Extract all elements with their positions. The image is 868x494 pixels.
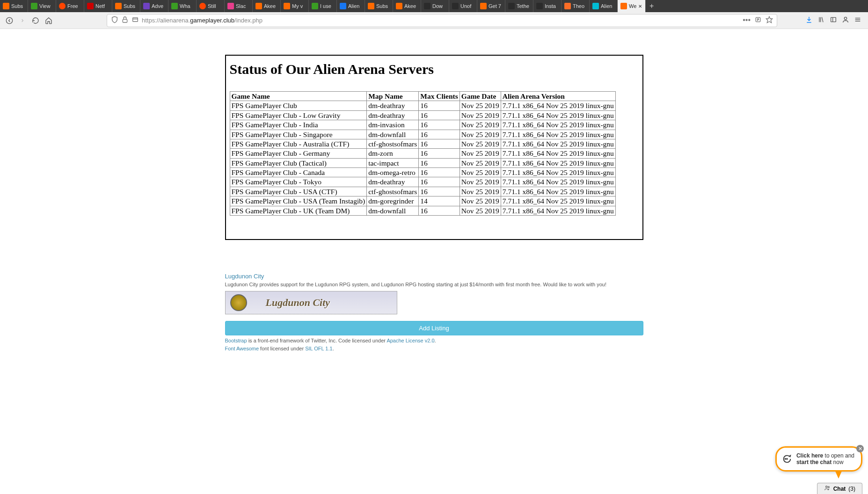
new-tab-button[interactable]: +: [646, 2, 657, 10]
reader-icon[interactable]: [754, 16, 762, 25]
browser-tab[interactable]: Wha: [168, 0, 197, 12]
permissions-icon[interactable]: [131, 16, 139, 25]
tab-label: Insta: [545, 3, 556, 9]
browser-tab[interactable]: Insta: [533, 0, 562, 12]
browser-tab[interactable]: Alien: [590, 0, 618, 12]
menu-icon[interactable]: [854, 16, 861, 25]
browser-tab[interactable]: Free: [56, 0, 84, 12]
browser-tab[interactable]: Dow: [421, 0, 449, 12]
browser-tab[interactable]: My v: [281, 0, 309, 12]
table-cell: 16: [419, 101, 460, 110]
browser-tab[interactable]: Adve: [140, 0, 168, 12]
tab-label: Akee: [264, 3, 276, 9]
browser-tab[interactable]: Akee: [393, 0, 421, 12]
sidebar-icon[interactable]: [830, 16, 837, 25]
url-bar[interactable]: https://alienarena.gameplayer.club/index…: [107, 14, 777, 27]
favicon-icon: [199, 3, 206, 9]
browser-tab[interactable]: Subs: [0, 0, 28, 12]
fontawesome-link[interactable]: Font Awesome: [225, 346, 259, 351]
table-cell: 7.71.1 x86_64 Nov 25 2019 linux-gnu: [501, 130, 615, 139]
table-cell: 16: [419, 168, 460, 177]
lock-icon[interactable]: [121, 16, 129, 25]
table-row: FPS GamePlayer Club - Singaporedm-downfa…: [230, 130, 615, 139]
account-icon[interactable]: [842, 16, 849, 25]
browser-tab[interactable]: Slac: [225, 0, 253, 12]
home-button[interactable]: [42, 14, 55, 27]
table-cell: Nov 25 2019: [460, 110, 501, 120]
library-icon[interactable]: [817, 16, 825, 25]
reload-button[interactable]: [29, 14, 42, 27]
table-row: FPS GamePlayer Club - Tokyodm-deathray16…: [230, 177, 615, 187]
table-row: FPS GamePlayer Club - Germanydm-zorn16No…: [230, 149, 615, 158]
table-cell: Nov 25 2019: [460, 139, 501, 148]
browser-tab[interactable]: Netf: [84, 0, 112, 12]
page-title: Status of Our Alien Arena Servers: [228, 59, 641, 91]
browser-tab[interactable]: Subs: [112, 0, 140, 12]
table-cell: 16: [419, 149, 460, 158]
bookmark-star-icon[interactable]: [766, 16, 773, 25]
favicon-icon: [284, 3, 290, 9]
browser-tab[interactable]: Still: [197, 0, 225, 12]
tab-label: Adve: [152, 3, 163, 9]
favicon-icon: [3, 3, 9, 9]
lugdunon-banner[interactable]: Lugdunon City: [225, 291, 397, 314]
table-header-cell: Map Name: [367, 92, 419, 101]
page-actions-icon[interactable]: •••: [743, 16, 751, 25]
sil-license-link[interactable]: SIL OFL 1.1: [305, 346, 333, 351]
table-cell: 7.71.1 x86_64 Nov 25 2019 linux-gnu: [501, 177, 615, 187]
browser-tab[interactable]: Akee: [253, 0, 281, 12]
footer-section: Lugdunon City Lugdunon City provides sup…: [225, 273, 643, 351]
svg-rect-2: [133, 18, 138, 22]
table-cell: dm-goregrinder: [367, 196, 419, 206]
browser-tab[interactable]: Tethe: [505, 0, 533, 12]
browser-tab[interactable]: View: [28, 0, 56, 12]
lugdunon-logo-icon: [230, 294, 247, 311]
browser-tab[interactable]: Theo: [562, 0, 590, 12]
apache-license-link[interactable]: Apache License v2.0: [387, 338, 434, 343]
url-text: https://alienarena.gameplayer.club/index…: [142, 17, 743, 24]
close-tab-icon[interactable]: ✕: [638, 4, 642, 9]
browser-tab[interactable]: Get 7: [477, 0, 505, 12]
bootstrap-link[interactable]: Bootstrap: [225, 338, 247, 343]
svg-rect-1: [123, 19, 127, 22]
table-cell: dm-zorn: [367, 149, 419, 158]
tab-label: Tethe: [517, 3, 529, 9]
lugdunon-description: Lugdunon City provides support for the L…: [225, 282, 643, 287]
browser-tab[interactable]: I use: [309, 0, 337, 12]
tab-label: We: [629, 3, 636, 9]
svg-rect-9: [831, 17, 836, 22]
tab-label: Subs: [11, 3, 23, 9]
svg-line-8: [822, 17, 823, 22]
favicon-icon: [340, 3, 346, 9]
add-listing-button[interactable]: Add Listing: [225, 321, 643, 335]
svg-point-0: [6, 17, 12, 23]
table-cell: 7.71.1 x86_64 Nov 25 2019 linux-gnu: [501, 120, 615, 130]
favicon-icon: [171, 3, 178, 9]
table-cell: 7.71.1 x86_64 Nov 25 2019 linux-gnu: [501, 101, 615, 110]
tab-label: Alien: [348, 3, 359, 9]
favicon-icon: [536, 3, 543, 9]
table-cell: FPS GamePlayer Club - USA (CTF): [230, 187, 367, 196]
table-cell: dm-deathray: [367, 101, 419, 110]
lugdunon-link[interactable]: Lugdunon City: [225, 273, 264, 280]
table-cell: 7.71.1 x86_64 Nov 25 2019 linux-gnu: [501, 196, 615, 206]
table-header-row: Game NameMap NameMax ClientsGame DateAli…: [230, 92, 615, 101]
tab-label: Alien: [601, 3, 612, 9]
back-button[interactable]: [3, 14, 16, 27]
table-cell: 16: [419, 139, 460, 148]
downloads-icon[interactable]: [805, 16, 813, 25]
browser-tab[interactable]: Alien: [337, 0, 365, 12]
tab-label: I use: [320, 3, 331, 9]
favicon-icon: [620, 3, 627, 9]
browser-tab[interactable]: Unof: [449, 0, 477, 12]
browser-tab[interactable]: We✕: [618, 0, 646, 12]
table-cell: 16: [419, 187, 460, 196]
tab-label: Dow: [432, 3, 443, 9]
table-cell: Nov 25 2019: [460, 120, 501, 130]
forward-button[interactable]: [16, 14, 29, 27]
table-cell: FPS GamePlayer Club - USA (Team Instagib…: [230, 196, 367, 206]
server-status-panel: Status of Our Alien Arena Servers Game N…: [225, 55, 643, 240]
table-cell: Nov 25 2019: [460, 206, 501, 215]
browser-tab[interactable]: Subs: [365, 0, 393, 12]
shield-icon[interactable]: [111, 16, 118, 25]
